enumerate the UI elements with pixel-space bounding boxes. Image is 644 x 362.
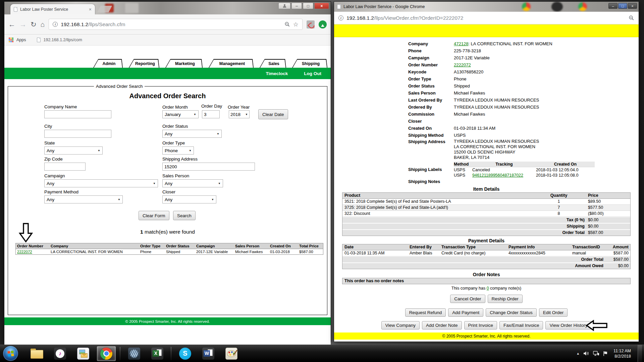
info-icon[interactable]: i bbox=[338, 15, 343, 20]
folder-icon bbox=[31, 349, 43, 359]
city-label: City bbox=[44, 124, 52, 129]
close-button[interactable]: × bbox=[628, 3, 637, 9]
state-label: State bbox=[44, 140, 55, 145]
info-icon[interactable]: i bbox=[53, 22, 58, 27]
campaign-select[interactable]: Any▼ bbox=[44, 179, 158, 187]
city-input[interactable] bbox=[44, 130, 111, 138]
start-button[interactable] bbox=[3, 346, 18, 361]
cancel-order-button[interactable]: Cancel Order bbox=[450, 295, 485, 303]
address-bar[interactable]: i 192.168.1.2/llps/ViewOrder.cfm?OrderID… bbox=[334, 12, 639, 24]
taskbar-clock[interactable]: 11:12 AM 8/2/2018 bbox=[613, 348, 631, 359]
order-number-link[interactable]: 2222072 bbox=[454, 62, 471, 67]
table-row: 01-03-2018 11:35 AMAmber BlaisCredit Car… bbox=[342, 250, 630, 256]
taskbar-item-excel[interactable]: X bbox=[148, 346, 167, 361]
maximize-button[interactable]: □ bbox=[303, 3, 313, 9]
order-day-input[interactable] bbox=[202, 110, 220, 118]
taskbar-item-paint[interactable] bbox=[222, 346, 241, 361]
order-day-label: Order Day bbox=[201, 104, 222, 109]
print-invoice-button[interactable]: Print Invoice bbox=[464, 321, 497, 329]
edit-order-button[interactable]: Edit Order bbox=[539, 308, 568, 317]
upload-extension-icon[interactable] bbox=[319, 20, 327, 28]
add-payment-button[interactable]: Add Payment bbox=[448, 308, 483, 317]
zoom-icon[interactable] bbox=[629, 15, 634, 21]
taskbar-item-database-tool[interactable] bbox=[125, 346, 144, 361]
popup-title-bar[interactable]: Labor Law Poster Service - Google Chrome… bbox=[334, 2, 639, 12]
nav-tab-admin[interactable]: Admin bbox=[93, 59, 123, 68]
hidden-icons-button[interactable]: ▲ bbox=[576, 352, 580, 355]
clear-form-button[interactable]: Clear Form bbox=[139, 211, 169, 220]
taskbar-item-word[interactable]: W bbox=[199, 346, 218, 361]
order-year-select[interactable]: 2018▼ bbox=[229, 110, 250, 118]
detail-value: 2222072 bbox=[454, 61, 471, 68]
search-button[interactable]: Search bbox=[173, 211, 196, 220]
reload-icon[interactable]: ↻ bbox=[31, 21, 37, 28]
taskbar-item-itunes[interactable]: ♪ bbox=[51, 346, 69, 361]
detail-value: Shipped bbox=[454, 82, 470, 89]
home-icon[interactable]: ⌂ bbox=[41, 21, 45, 28]
chevron-down-icon: ▼ bbox=[189, 149, 192, 152]
nav-tab-marketing[interactable]: Marketing bbox=[165, 59, 203, 68]
taskbar-item-skype[interactable]: S bbox=[176, 346, 195, 361]
nav-tab-management[interactable]: Management bbox=[209, 59, 254, 68]
sales-person-select[interactable]: Any▼ bbox=[162, 179, 223, 187]
add-order-note-button[interactable]: Add Order Note bbox=[422, 321, 462, 329]
taskbar-item-google-chrome[interactable] bbox=[97, 346, 116, 361]
close-button[interactable]: × bbox=[314, 3, 329, 9]
zip-input[interactable] bbox=[44, 163, 86, 171]
view-company-button[interactable]: View Company bbox=[381, 321, 420, 329]
clear-date-button[interactable]: Clear Date bbox=[258, 109, 288, 119]
taskbar-item-windows-explorer[interactable] bbox=[28, 346, 46, 361]
back-icon[interactable]: ← bbox=[8, 21, 15, 28]
order-status-select[interactable]: Any▼ bbox=[162, 130, 222, 138]
request-refund-button[interactable]: Request Refund bbox=[405, 308, 446, 317]
company-name-input[interactable] bbox=[44, 110, 111, 118]
address-bar[interactable]: i 192.168.1.2/llps/Search.cfm ☆ bbox=[49, 19, 303, 30]
taskbar-item-mail[interactable] bbox=[74, 346, 93, 361]
timeclock-link[interactable]: Timeclock bbox=[266, 71, 288, 76]
shipping-address-input[interactable] bbox=[162, 163, 255, 171]
detail-value: 225-778-3218 bbox=[454, 47, 481, 54]
results-table-header: Order NumberCompanyOrder TypeOrder Statu… bbox=[16, 243, 323, 249]
bookmark-star-icon[interactable]: ☆ bbox=[293, 21, 299, 28]
nav-tab-reporting[interactable]: Reporting bbox=[129, 59, 159, 68]
logout-link[interactable]: Log Out bbox=[304, 71, 321, 76]
order-month-select[interactable]: January▼ bbox=[162, 110, 199, 118]
state-select[interactable]: Any▼ bbox=[44, 146, 103, 155]
pdf-extension-icon[interactable] bbox=[307, 20, 315, 28]
company-id-link[interactable]: 472128 bbox=[454, 41, 468, 46]
browser-toolbar: ← → ↻ ⌂ i 192.168.1.2/llps/Search.cfm ☆ bbox=[4, 14, 331, 35]
payment-method-select[interactable]: Any▼ bbox=[44, 195, 123, 203]
change-order-status-button[interactable]: Change Order Status bbox=[486, 308, 537, 317]
volume-icon[interactable] bbox=[583, 351, 589, 356]
page-footer: © 2005 Prospect Smarter, Inc. All rights… bbox=[4, 317, 331, 325]
closer-select[interactable]: Any▼ bbox=[162, 195, 216, 203]
action-center-flag-icon[interactable] bbox=[603, 351, 608, 356]
maximize-button[interactable]: □ bbox=[618, 3, 627, 9]
minimize-button[interactable]: – bbox=[291, 3, 302, 9]
profile-button[interactable] bbox=[278, 3, 290, 9]
fax-email-invoice-button[interactable]: Fax/Email Invoice bbox=[499, 321, 543, 329]
apps-grid-icon[interactable] bbox=[9, 38, 13, 42]
order-number-link[interactable]: 2222072 bbox=[17, 250, 32, 254]
shipping-total-row: Shipping$0.00 bbox=[342, 223, 630, 230]
detail-label: Company bbox=[408, 40, 454, 47]
browser-tab[interactable]: Labor Law Poster Service × bbox=[10, 4, 95, 14]
minimize-button[interactable]: – bbox=[608, 3, 618, 9]
view-order-history-button[interactable]: View Order History bbox=[545, 321, 591, 329]
bookmark-item[interactable]: 192.168.1.2/llps/com bbox=[44, 38, 82, 42]
shipping-labels-table: MethodTrackingCreated On USPSCanceled201… bbox=[454, 162, 595, 178]
nav-tab-sales[interactable]: Sales bbox=[260, 59, 286, 68]
apps-label[interactable]: Apps bbox=[16, 38, 26, 42]
order-total-row: Order Total$587.00 bbox=[342, 230, 630, 236]
zoom-icon[interactable] bbox=[284, 21, 290, 27]
show-desktop-button[interactable] bbox=[638, 345, 642, 362]
reship-order-button[interactable]: Reship Order bbox=[488, 295, 523, 303]
amount-owed-row: Amount Owed$0.00 bbox=[342, 263, 630, 269]
order-type-select[interactable]: Phone▼ bbox=[162, 146, 194, 155]
network-icon[interactable] bbox=[593, 351, 599, 356]
nav-tab-shipping[interactable]: Shipping bbox=[292, 59, 327, 68]
tab-close-icon[interactable]: × bbox=[89, 7, 92, 12]
tracking-link[interactable]: 9461211899560487187022 bbox=[472, 173, 523, 178]
company-notes-link[interactable]: 0 bbox=[487, 286, 489, 291]
forward-icon[interactable]: → bbox=[19, 21, 26, 28]
